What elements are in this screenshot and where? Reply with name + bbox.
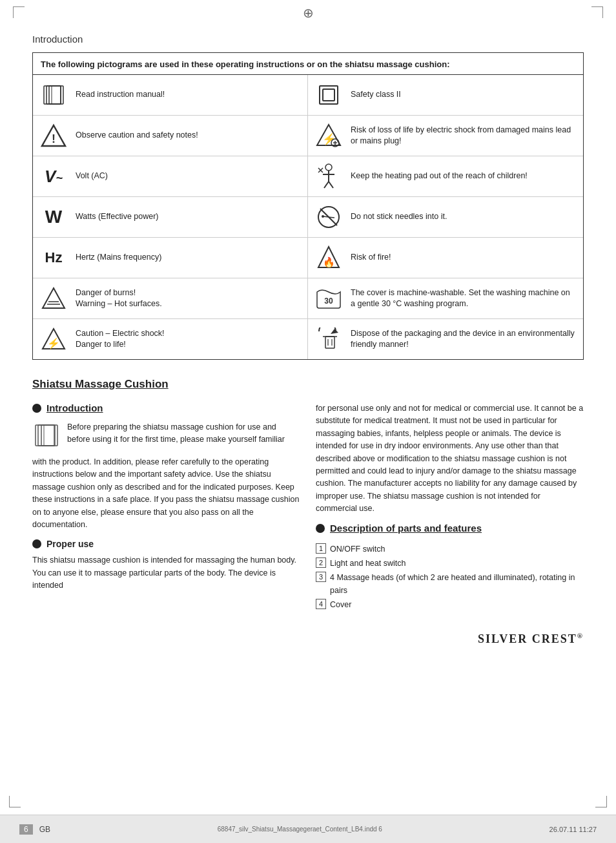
pictogram-table: The following pictograms are used in the… [32, 52, 584, 360]
picto-text-child: Keep the heating pad out of the reach of… [351, 171, 528, 182]
file-info: 68847_silv_Shiatsu_Massagegeraet_Content… [218, 826, 382, 833]
two-column-layout: Introduction Before preparing the shiats… [32, 402, 584, 646]
corner-bl-mark [9, 796, 21, 807]
intro-block: Before preparing the shiatsu massage cus… [32, 421, 300, 450]
needle-icon [314, 203, 343, 231]
main-content: Introduction The following pictograms ar… [0, 34, 616, 659]
svg-line-22 [323, 216, 334, 218]
elec-danger-icon: ⚡ [39, 325, 68, 353]
svg-rect-2 [49, 86, 61, 104]
picto-text-watt: Watts (Effective power) [76, 211, 159, 223]
book-icon [39, 81, 68, 109]
picto-grid: Read instruction manual! Safety class II [33, 75, 583, 359]
list-item: 2 Light and heat switch [316, 557, 584, 570]
bullet-circle-intro [32, 404, 41, 413]
right-column: for personal use only and not for medica… [316, 402, 584, 646]
picto-text-hz: Hertz (Mains frequency) [76, 252, 161, 264]
part-num-3: 3 [316, 572, 326, 582]
picto-cell-book: Read instruction manual! [33, 75, 308, 116]
top-margin: ⊕ [0, 0, 616, 34]
volt-icon: V~ [39, 162, 68, 191]
corner-tl-mark [13, 6, 25, 18]
bullet-circle-proper [32, 539, 41, 548]
silvercrest-logo: SILVER CREST® [316, 632, 584, 646]
bottom-center: 68847_silv_Shiatsu_Massagegeraet_Content… [218, 826, 382, 833]
electric-shock-icon: ⚡ [314, 121, 343, 150]
picto-text-volt: Volt (AC) [76, 171, 108, 182]
corner-tr-mark [591, 6, 603, 18]
svg-text:⚡: ⚡ [47, 337, 60, 349]
picto-text-book: Read instruction manual! [76, 89, 165, 101]
picto-cell-dispose: Dispose of the packaging and the device … [308, 319, 583, 359]
picto-cell-fire: 🔥 Risk of fire! [308, 238, 583, 278]
list-item: 1 ON/OFF switch [316, 543, 584, 556]
part-num-2: 2 [316, 557, 326, 568]
intro-main-text: with the product. In addition, please re… [32, 456, 300, 531]
picto-cell-warning: ! Observe caution and safety notes! [33, 116, 308, 156]
page-wrapper: ⊕ Introduction The following pictograms … [0, 0, 616, 843]
date-info: 26.07.11 11:27 [549, 826, 597, 833]
dispose-icon [314, 325, 343, 353]
page-section-title: Introduction [32, 34, 584, 45]
corner-br-mark [595, 796, 607, 807]
picto-cell-watt: W Watts (Effective power) [33, 197, 308, 238]
svg-text:🔥: 🔥 [323, 256, 335, 268]
svg-text:!: ! [52, 132, 56, 145]
brand-area: SILVER CREST® [316, 632, 584, 646]
part-num-4: 4 [316, 599, 326, 609]
picto-cell-volt: V~ Volt (AC) [33, 156, 308, 197]
list-item: 3 4 Massage heads (of which 2 are heated… [316, 571, 584, 597]
picto-text-shock: Risk of loss of life by electric shock f… [351, 125, 577, 147]
picto-text-needle: Do not stick needles into it. [351, 211, 447, 223]
part-text-4: Cover [330, 598, 351, 611]
svg-rect-5 [323, 89, 334, 101]
product-title: Shiatsu Massage Cushion [32, 378, 584, 391]
hz-icon: Hz [39, 244, 68, 272]
desc-parts-heading: Description of parts and features [316, 523, 584, 534]
picto-text-dispose: Dispose of the packaging and the device … [351, 328, 577, 351]
bottom-bar: 6 GB 68847_silv_Shiatsu_Massagegeraet_Co… [0, 815, 616, 843]
bottom-bar-wrapper: ⊕ 6 GB 68847_silv_Shiatsu_Massagegeraet_… [0, 826, 616, 843]
svg-point-13 [325, 164, 332, 171]
left-column: Introduction Before preparing the shiats… [32, 402, 300, 646]
svg-marker-26 [43, 288, 65, 308]
bullet-circle-desc [316, 524, 325, 533]
picto-text-elec: Caution – Electric shock!Danger to life! [76, 328, 165, 351]
proper-use-heading: Proper use [32, 539, 300, 549]
part-text-1: ON/OFF switch [330, 543, 385, 556]
svg-rect-33 [325, 337, 334, 348]
picto-cell-burn: Danger of burns!Warning – Hot surfaces. [33, 278, 308, 319]
page-number: 6 [19, 824, 33, 835]
picto-cell-needle: Do not stick needles into it. [308, 197, 583, 238]
picto-cell-safety: Safety class II [308, 75, 583, 116]
svg-rect-39 [41, 425, 54, 446]
list-item: 4 Cover [316, 598, 584, 611]
fire-icon: 🔥 [314, 244, 343, 272]
picto-cell-elec: ⚡ Caution – Electric shock!Danger to lif… [33, 319, 308, 359]
lang-label: GB [39, 825, 50, 834]
picto-text-fire: Risk of fire! [351, 252, 391, 264]
parts-list: 1 ON/OFF switch 2 Light and heat switch … [316, 543, 584, 611]
svg-point-23 [322, 215, 324, 218]
safety-class-icon [314, 81, 343, 109]
picto-cell-shock: ⚡ Risk of loss of life by electric shock… [308, 116, 583, 156]
svg-rect-38 [38, 425, 55, 446]
reg-symbol: ® [577, 632, 584, 640]
part-num-1: 1 [316, 543, 326, 554]
picto-text-safety: Safety class II [351, 89, 401, 101]
svg-text:30: 30 [324, 297, 333, 306]
proper-use-text: This shiatsu massage cushion is intended… [32, 554, 300, 592]
picto-text-warning: Observe caution and safety notes! [76, 130, 198, 141]
picto-cell-wash: 30 The cover is machine-washable. Set th… [308, 278, 583, 319]
svg-line-16 [324, 182, 329, 188]
part-text-3: 4 Massage heads (of which 2 are heated a… [330, 571, 584, 597]
svg-line-17 [329, 182, 333, 188]
svg-marker-32 [331, 329, 338, 334]
bottom-left: 6 GB [19, 824, 50, 835]
picto-table-header: The following pictograms are used in the… [33, 53, 583, 75]
child-icon [314, 162, 343, 191]
picto-text-wash: The cover is machine-washable. Set the w… [351, 287, 577, 310]
picto-cell-child: Keep the heating pad out of the reach of… [308, 156, 583, 197]
picto-text-burn: Danger of burns!Warning – Hot surfaces. [76, 287, 162, 310]
bottom-right: 26.07.11 11:27 [549, 826, 597, 833]
